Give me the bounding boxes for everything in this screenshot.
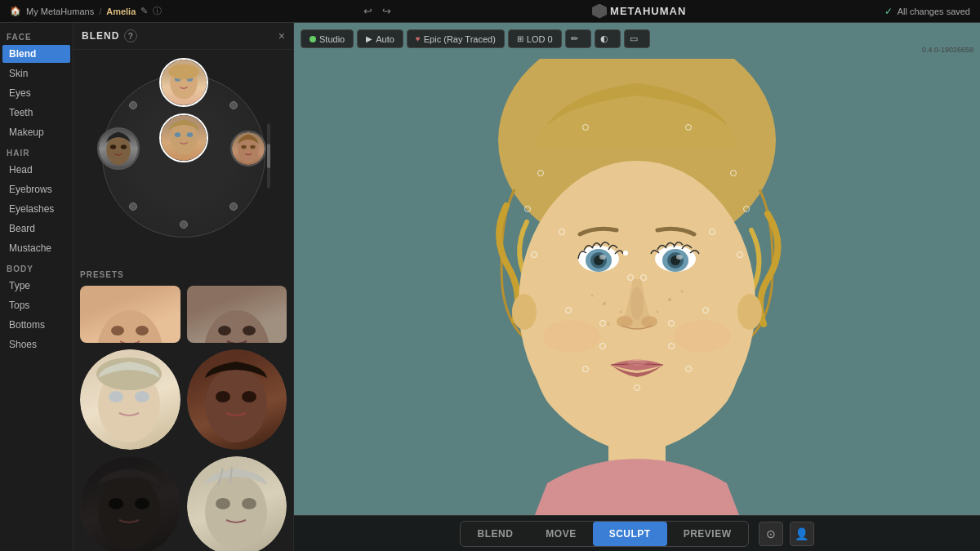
render-label: Epic (Ray Traced)	[424, 34, 496, 44]
blend-face-4[interactable]	[230, 131, 266, 167]
sidebar-item-eyebrows[interactable]: Eyebrows	[2, 180, 70, 198]
svg-point-9	[121, 144, 127, 149]
sidebar-item-skin[interactable]: Skin	[2, 64, 70, 82]
sculpt-dot-cheek-lower-right[interactable]	[702, 307, 709, 313]
breadcrumb-sep: /	[99, 7, 101, 16]
tab-move[interactable]: MOVE	[529, 522, 592, 546]
save-status-text: All changes saved	[898, 7, 970, 16]
sculpt-dot-above-lip-right[interactable]	[668, 320, 675, 327]
sidebar-item-beard[interactable]: Beard	[2, 220, 70, 238]
studio-button[interactable]: Studio	[301, 29, 354, 48]
svg-point-11	[241, 145, 246, 149]
breadcrumb-home[interactable]: My MetaHumans	[26, 7, 94, 16]
preset-partial-1[interactable]	[80, 286, 180, 343]
svg-point-8	[110, 144, 116, 149]
sidebar: FACE Blend Skin Eyes Teeth Makeup HAIR H…	[0, 23, 74, 551]
wheel-dot-bottom	[180, 220, 188, 229]
panel-help-button[interactable]: ?	[124, 29, 137, 42]
preset-face-4[interactable]	[187, 456, 287, 552]
svg-point-43	[657, 310, 659, 313]
svg-point-15	[136, 326, 149, 335]
svg-point-56	[676, 255, 683, 260]
rect-tool-button[interactable]: ▭	[624, 29, 650, 48]
sculpt-dot-6[interactable]	[743, 206, 750, 212]
sidebar-item-shoes[interactable]: Shoes	[2, 335, 70, 353]
info-icon[interactable]: ⓘ	[153, 5, 162, 17]
lod-label: LOD 0	[527, 34, 553, 44]
preset-face-2[interactable]	[187, 349, 287, 450]
save-status-area: ✓ All changes saved	[884, 6, 970, 17]
lod-button[interactable]: ⊞ LOD 0	[508, 29, 562, 48]
mask-tool-button[interactable]: ◐	[595, 29, 621, 48]
sidebar-item-eyelashes[interactable]: Eyelashes	[2, 200, 70, 218]
sidebar-item-bottoms[interactable]: Bottoms	[2, 316, 70, 334]
sidebar-item-makeup[interactable]: Makeup	[2, 123, 70, 141]
blend-face-3[interactable]	[97, 127, 140, 170]
redo-button[interactable]: ↪	[379, 3, 394, 19]
sculpt-dot-4[interactable]	[730, 170, 737, 176]
person-tool-button[interactable]: 👤	[790, 522, 814, 546]
sculpt-dot-above-lip-left[interactable]	[599, 320, 606, 327]
sidebar-item-teeth[interactable]: Teeth	[2, 104, 70, 122]
sculpt-dot-jaw-left[interactable]	[582, 366, 589, 372]
sculpt-dot-2[interactable]	[685, 124, 692, 131]
sculpt-dot-chin[interactable]	[634, 384, 640, 391]
preset-partial-2[interactable]	[187, 286, 287, 343]
sculpt-dot-cheek-lower-left[interactable]	[565, 307, 572, 313]
sculpt-dot-lip-corner-right[interactable]	[668, 343, 675, 349]
scroll-thumb[interactable]	[267, 144, 270, 168]
sculpt-dot-cheek-right[interactable]	[737, 251, 743, 258]
presets-section: PRESETS	[74, 262, 293, 551]
sculpt-dot-eye-right[interactable]	[709, 229, 715, 235]
brush-tool-button[interactable]: ✏	[565, 29, 591, 48]
presets-label: PRESETS	[80, 267, 287, 286]
sidebar-item-eyes[interactable]: Eyes	[2, 84, 70, 102]
wheel-dot-tl	[129, 101, 137, 109]
blend-face-1[interactable]	[159, 58, 208, 107]
auto-button[interactable]: ▶ Auto	[357, 29, 403, 48]
sculpt-dot-jaw-right[interactable]	[685, 366, 692, 372]
blend-wheel[interactable]	[94, 66, 274, 246]
sidebar-item-type[interactable]: Type	[2, 277, 70, 295]
sculpt-dot-5[interactable]	[524, 206, 531, 212]
sidebar-item-mustache[interactable]: Mustache	[2, 239, 70, 257]
tab-blend[interactable]: BLEND	[461, 522, 529, 546]
blend-panel: BLEND ? ×	[74, 23, 294, 551]
sidebar-item-blend[interactable]: Blend	[2, 45, 70, 63]
panel-close-button[interactable]: ×	[278, 29, 285, 42]
panel-title: BLEND ?	[82, 29, 137, 42]
undo-button[interactable]: ↩	[360, 3, 376, 19]
blend-face-current[interactable]	[159, 113, 208, 162]
saved-check-icon: ✓	[884, 6, 893, 17]
sculpt-dot-nose-right[interactable]	[640, 274, 647, 281]
sculpt-dot-3[interactable]	[537, 170, 544, 176]
tab-sculpt[interactable]: SCULPT	[593, 522, 667, 546]
app-title-area: METAHUMAN	[592, 4, 686, 19]
sculpt-dot-1[interactable]	[582, 124, 589, 131]
render-mode-button[interactable]: ♥ Epic (Ray Traced)	[407, 29, 505, 48]
preset-face-1[interactable]	[80, 349, 180, 450]
sculpt-dot-cheek-left[interactable]	[531, 251, 537, 258]
svg-point-61	[737, 294, 762, 330]
svg-point-12	[250, 145, 255, 149]
circle-tool-button[interactable]: ⊙	[759, 522, 783, 546]
sculpt-dot-nose-left[interactable]	[627, 274, 634, 281]
home-icon[interactable]: 🏠	[10, 6, 21, 16]
blend-wheel-area	[74, 50, 293, 262]
tab-preview[interactable]: PREVIEW	[667, 522, 748, 546]
svg-point-27	[109, 498, 123, 509]
edit-icon[interactable]: ✎	[140, 6, 148, 16]
sculpt-dot-eye-left[interactable]	[559, 229, 565, 235]
face-section-label: FACE	[0, 26, 73, 44]
svg-point-14	[111, 326, 124, 335]
sidebar-item-tops[interactable]: Tops	[2, 296, 70, 314]
hair-section-label: HAIR	[0, 142, 73, 160]
svg-point-18	[243, 326, 256, 335]
svg-point-29	[205, 474, 267, 549]
face-3d-model	[466, 59, 808, 516]
sidebar-item-head[interactable]: Head	[2, 161, 70, 179]
preset-face-3[interactable]	[80, 456, 180, 552]
scroll-track	[267, 123, 270, 189]
panel-header: BLEND ? ×	[74, 23, 293, 50]
sculpt-dot-lip-corner-left[interactable]	[599, 343, 606, 349]
